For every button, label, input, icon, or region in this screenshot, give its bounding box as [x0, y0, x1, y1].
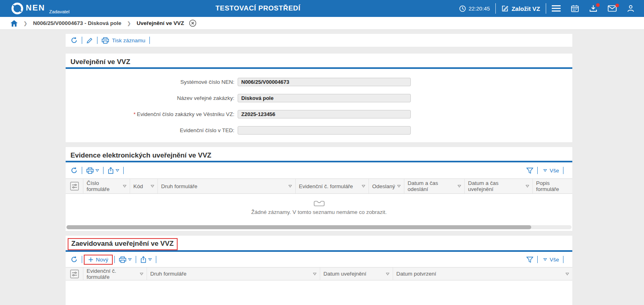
header-divider	[546, 3, 546, 14]
record-toolbar-card: Tisk záznamu	[66, 34, 572, 47]
registered-section-title: Zaevidovaná uveřejnění ve VVZ	[71, 239, 174, 248]
export-icon[interactable]	[108, 167, 114, 174]
toolbar-divider	[156, 256, 156, 263]
create-vz-label: Založit VZ	[511, 5, 540, 12]
column-filter-icon[interactable]	[123, 185, 126, 188]
close-tab-icon[interactable]	[189, 19, 197, 27]
toolbar-divider	[563, 167, 563, 174]
column-header[interactable]: Datum potvrzení	[393, 268, 572, 280]
print-record-button[interactable]: Tisk záznamu	[112, 37, 145, 44]
menu-icon[interactable]	[552, 5, 561, 12]
form-row: Systémové číslo NEN:	[66, 74, 572, 90]
refresh-icon[interactable]	[70, 256, 78, 263]
toolbar-divider	[136, 256, 136, 263]
environment-title: TESTOVACÍ PROSTŘEDÍ	[215, 4, 300, 12]
column-header[interactable]: Datum a čas odeslání	[404, 179, 464, 193]
registered-section-card: Zaevidovaná uveřejnění ve VVZ Nový	[66, 236, 572, 305]
breadcrumb-record-link[interactable]: N006/25/V00004673 - Disková pole	[33, 20, 121, 26]
toolbar-divider	[82, 256, 82, 263]
column-settings-button[interactable]	[66, 179, 83, 193]
print-icon[interactable]	[119, 256, 126, 263]
export-dropdown-icon[interactable]	[116, 169, 119, 172]
column-filter-icon[interactable]	[565, 272, 569, 276]
system-number-field[interactable]	[238, 78, 411, 86]
toolbar-divider	[123, 167, 124, 174]
horizontal-scrollbar[interactable]	[66, 225, 572, 229]
toolbar-divider	[537, 167, 538, 174]
column-filter-icon[interactable]	[140, 272, 143, 276]
breadcrumb-chevron-icon: ❯	[23, 21, 27, 26]
column-header[interactable]: Datum a čas uveřejnění	[464, 179, 532, 193]
downloads-badge	[596, 3, 600, 7]
brand-name: NEN	[26, 3, 45, 12]
edit-icon[interactable]	[86, 37, 93, 44]
print-dropdown-icon[interactable]	[95, 169, 99, 172]
create-vz-button[interactable]: Založit VZ	[501, 5, 540, 12]
column-header[interactable]: Kód	[130, 179, 157, 193]
filter-all-button[interactable]: Vše	[550, 168, 559, 174]
filter-all-dropdown-icon[interactable]	[543, 258, 547, 261]
app-header: NEN Zadavatel TESTOVACÍ PROSTŘEDÍ 22:20:…	[0, 0, 644, 17]
print-icon[interactable]	[101, 37, 109, 44]
toolbar-divider	[563, 256, 563, 263]
evidence-table-header: Číslo formuláře Kód Druh formuláře Evide…	[66, 178, 572, 194]
toolbar-divider	[97, 37, 97, 44]
toolbar-divider	[114, 256, 115, 263]
refresh-icon[interactable]	[70, 37, 78, 44]
required-marker: *	[133, 111, 135, 117]
form-row: Evidenční číslo v TED:	[66, 122, 572, 138]
calendar-icon[interactable]	[571, 5, 579, 12]
toolbar-divider	[103, 167, 104, 174]
empty-state: Žádné záznamy. V tomto seznamu nemáme co…	[66, 194, 572, 222]
column-filter-icon[interactable]	[458, 185, 461, 188]
evidence-section-title: Evidence elektronických uveřejnění ve VV…	[70, 151, 567, 160]
detail-section-title: Uveřejnění ve VVZ	[70, 58, 567, 66]
brand-subtitle: Zadavatel	[49, 9, 70, 14]
clock-icon	[459, 5, 466, 12]
nen-logo-icon	[10, 2, 24, 15]
column-header[interactable]: Datum uveřejnění	[320, 268, 393, 280]
vvz-number-field[interactable]	[238, 110, 411, 118]
messages-icon[interactable]	[608, 5, 617, 12]
toolbar-divider	[537, 256, 538, 263]
column-filter-icon[interactable]	[151, 185, 154, 188]
downloads-icon[interactable]	[589, 5, 597, 12]
filter-all-dropdown-icon[interactable]	[543, 169, 547, 172]
column-header[interactable]: Číslo formuláře	[83, 179, 130, 193]
pen-square-icon	[501, 5, 509, 12]
user-icon[interactable]	[627, 5, 634, 12]
header-divider	[495, 3, 496, 14]
evidence-section-card: Evidence elektronických uveřejnění ve VV…	[66, 147, 572, 231]
home-icon[interactable]	[10, 20, 18, 27]
column-header[interactable]: Druh formuláře	[147, 268, 320, 280]
column-filter-icon[interactable]	[386, 272, 389, 276]
column-filter-icon[interactable]	[313, 272, 317, 276]
empty-message: Žádné záznamy. V tomto seznamu nemáme co…	[251, 209, 387, 215]
new-record-button[interactable]: Nový	[84, 255, 113, 265]
empty-tray-icon	[314, 201, 325, 207]
export-icon[interactable]	[140, 256, 147, 263]
column-header[interactable]: Druh formuláře	[157, 179, 295, 193]
column-filter-icon[interactable]	[397, 185, 401, 188]
column-header[interactable]: Odeslaný	[369, 179, 404, 193]
filter-icon[interactable]	[526, 257, 533, 263]
breadcrumb-chevron-icon: ❯	[127, 21, 131, 26]
column-header[interactable]: Evidenční č. formuláře	[295, 179, 369, 193]
column-filter-icon[interactable]	[288, 185, 292, 188]
print-icon[interactable]	[86, 167, 94, 174]
refresh-icon[interactable]	[70, 167, 78, 174]
filter-all-button[interactable]: Vše	[550, 257, 559, 263]
filter-icon[interactable]	[526, 168, 533, 174]
column-filter-icon[interactable]	[526, 185, 529, 188]
toolbar-divider	[82, 167, 82, 174]
column-settings-button[interactable]	[66, 268, 83, 280]
scrollbar-thumb[interactable]	[66, 225, 531, 229]
ted-number-field[interactable]	[238, 126, 411, 135]
column-header[interactable]: Evidenční č. formuláře	[83, 268, 147, 280]
contract-name-field[interactable]	[238, 94, 411, 102]
export-dropdown-icon[interactable]	[148, 258, 152, 261]
column-filter-icon[interactable]	[362, 185, 365, 188]
column-header[interactable]: Popis formuláře	[532, 179, 572, 193]
print-dropdown-icon[interactable]	[128, 258, 132, 261]
registered-title-highlight: Zaevidovaná uveřejnění ve VVZ	[68, 238, 178, 250]
